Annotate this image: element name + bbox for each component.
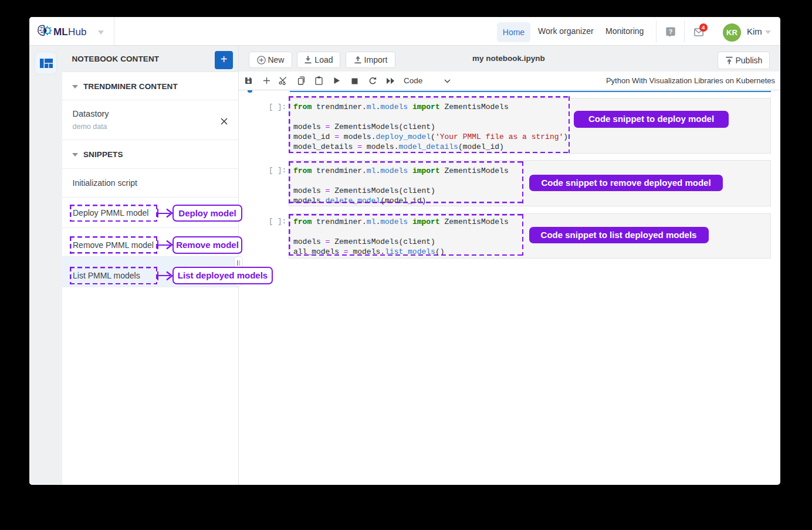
svg-text:?: ? xyxy=(669,28,673,35)
